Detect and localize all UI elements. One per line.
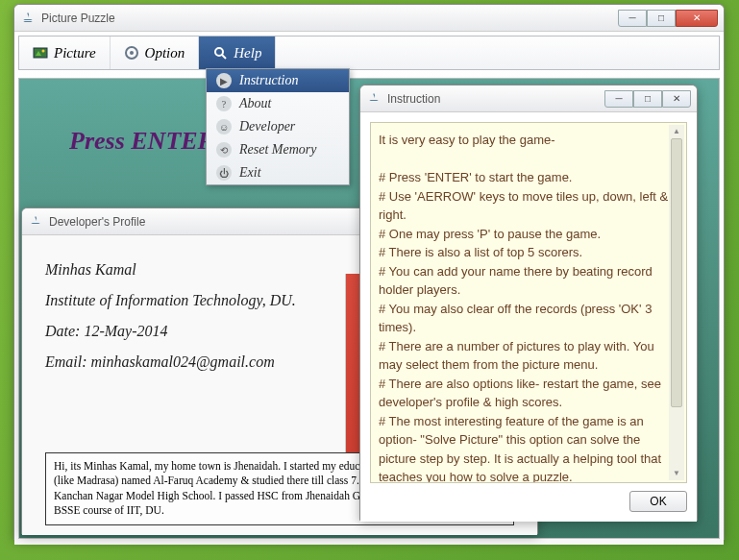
picture-icon [33,45,48,61]
menu-option[interactable]: Option [111,37,200,69]
instruction-titlebar[interactable]: Instruction ─ □ ✕ [360,85,697,112]
person-icon: ☺ [216,119,232,134]
dd-instruction[interactable]: ▶Instruction [207,69,349,92]
svg-point-5 [215,48,223,56]
menu-picture[interactable]: Picture [19,37,111,69]
help-dropdown: ▶Instruction ?About ☺Developer ⟲Reset Me… [206,68,350,185]
main-titlebar[interactable]: Picture Puzzle ─ □ ✕ [14,5,724,32]
dd-about[interactable]: ?About [207,92,349,115]
instruction-close-button[interactable]: ✕ [662,90,691,108]
minimize-button[interactable]: ─ [618,10,647,27]
scrollbar[interactable]: ▲ ▼ [669,125,684,480]
maximize-button[interactable]: □ [647,10,676,27]
menubar: Picture Option Help [18,36,720,70]
dd-exit[interactable]: ⏻Exit [207,161,349,184]
dd-developer[interactable]: ☺Developer [207,115,349,138]
menu-help[interactable]: Help [199,37,276,69]
java-icon [366,91,382,107]
instruction-window: Instruction ─ □ ✕ It is very easy to pla… [359,85,698,521]
ok-button[interactable]: OK [629,491,687,512]
scroll-up-icon[interactable]: ▲ [669,125,684,138]
dd-reset-memory[interactable]: ⟲Reset Memory [207,138,349,161]
java-icon [20,11,36,26]
option-icon [124,45,139,61]
close-button[interactable]: ✕ [676,10,718,27]
question-icon: ? [216,96,232,111]
instruction-title: Instruction [387,92,604,106]
arrow-right-icon: ▶ [216,73,232,88]
instruction-text-area[interactable]: It is very easy to play the game- # Pres… [370,122,687,483]
svg-rect-0 [34,48,47,58]
scroll-down-icon[interactable]: ▼ [669,467,684,480]
help-icon [212,45,228,61]
instruction-minimize-button[interactable]: ─ [604,90,633,108]
svg-point-4 [130,51,134,55]
svg-line-6 [222,55,226,59]
refresh-icon: ⟲ [216,142,232,158]
svg-point-2 [42,50,45,53]
instruction-maximize-button[interactable]: □ [633,90,662,108]
exit-icon: ⏻ [216,165,232,181]
main-title: Picture Puzzle [41,12,618,25]
scroll-thumb[interactable] [671,138,682,407]
java-icon [28,214,43,230]
